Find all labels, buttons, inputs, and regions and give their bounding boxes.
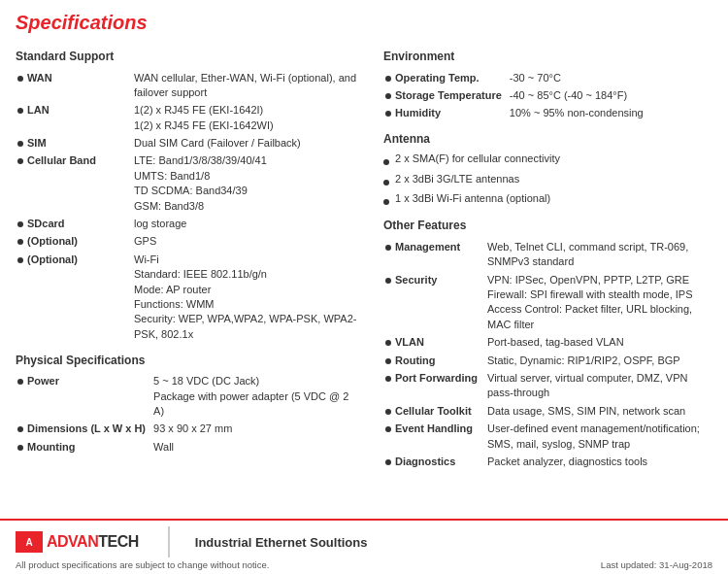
bullet-icon [385,409,391,415]
bullet-cell [383,402,393,420]
table-row: Dimensions (L x W x H)93 x 90 x 27 mm [16,421,360,438]
spec-label: Mounting [25,438,151,456]
table-row: WANWAN cellular, Ether-WAN, Wi-Fi (optio… [16,69,360,102]
logo-advan: AD [47,533,68,551]
table-row: Humidity10% ~ 95% non-condensing [383,105,712,122]
bullet-icon [383,159,389,165]
svg-text:A: A [25,537,32,548]
list-item: 2 x 3dBi 3G/LTE antennas [383,172,712,189]
physical-specs-title: Physical Specifications [16,354,360,367]
bullet-cell [383,238,393,271]
bullet-icon [385,245,391,251]
bullet-icon [385,278,391,284]
list-item: 1 x 3dBi Wi-Fi antenna (optional) [383,191,712,209]
spec-label: SDcard [25,216,132,233]
bullet-icon [17,76,23,82]
table-row: Cellular BandLTE: Band1/3/8/38/39/40/41 … [16,152,360,216]
spec-label: Power [25,373,151,421]
table-row: Operating Temp.-30 ~ 70°C [383,69,712,86]
table-row: (Optional)GPS [16,233,360,251]
spec-label: Operating Temp. [393,69,508,86]
footer-note-right: Last updated: 31-Aug-2018 [601,559,712,570]
logo-tech: TECH [98,533,139,551]
spec-label: (Optional) [25,251,132,343]
bullet-cell [16,251,25,343]
bullet-cell [16,135,25,152]
spec-value: Virtual server, virtual computer, DMZ, V… [485,369,712,402]
bullet-icon [17,158,23,164]
bullet-icon [385,376,391,382]
spec-label: Cellular Toolkit [393,402,485,420]
spec-value: -30 ~ 70°C [508,69,712,86]
spec-label: Humidity [393,105,508,122]
spec-value: Data usage, SMS, SIM PIN, network scan [485,402,712,420]
spec-label: LAN [25,102,132,135]
table-row: ManagementWeb, Telnet CLI, command scrip… [383,238,712,271]
page-title: Specifications [16,12,712,34]
table-row: Port ForwardingVirtual server, virtual c… [383,369,712,402]
bullet-icon [385,76,391,82]
bullet-icon [17,141,23,147]
spec-value: LTE: Band1/3/8/38/39/40/41 UMTS: Band1/8… [132,152,360,216]
spec-label: Security [393,271,485,334]
bullet-cell [383,421,393,454]
spec-label: Diagnostics [393,453,485,470]
bullet-icon [385,459,391,465]
bullet-cell [16,69,25,102]
table-row: SIMDual SIM Card (Failover / Failback) [16,135,360,152]
bullet-cell [383,271,393,334]
spec-value: WAN cellular, Ether-WAN, Wi-Fi (optional… [132,69,360,102]
bullet-icon [17,379,23,385]
standard-support-table: WANWAN cellular, Ether-WAN, Wi-Fi (optio… [16,69,360,344]
bullet-icon [385,358,391,364]
spec-value: 10% ~ 95% non-condensing [508,105,712,122]
spec-label: Port Forwarding [393,369,485,402]
bullet-icon [17,426,23,432]
spec-value: GPS [132,233,360,251]
table-row: DiagnosticsPacket analyzer, diagnostics … [383,453,712,470]
table-row: Storage Temperature-40 ~ 85°C (-40 ~ 184… [383,86,712,104]
spec-label: Dimensions (L x W x H) [25,421,151,438]
footer-divider [168,526,170,557]
environment-table: Operating Temp.-30 ~ 70°CStorage Tempera… [383,69,712,122]
table-row: Event HandlingUser-defined event managem… [383,421,712,454]
spec-value: 1(2) x RJ45 FE (EKI-1642I) 1(2) x RJ45 F… [132,102,360,135]
spec-label: (Optional) [25,233,132,251]
bullet-icon [383,199,389,205]
bullet-cell [16,421,25,438]
bullet-cell [383,352,393,369]
spec-label: SIM [25,135,132,152]
other-features-title: Other Features [383,219,712,232]
spec-value: 93 x 90 x 27 mm [151,421,360,438]
table-row: SDcardlog storage [16,216,360,233]
other-features-table: ManagementWeb, Telnet CLI, command scrip… [383,238,712,470]
spec-value: VPN: IPSec, OpenVPN, PPTP, L2TP, GRE Fir… [485,271,712,334]
right-column: Environment Operating Temp.-30 ~ 70°CSto… [383,48,712,481]
table-row: (Optional)Wi-Fi Standard: IEEE 802.11b/g… [16,251,360,343]
footer-note-left: All product specifications are subject t… [16,559,269,570]
spec-label: Event Handling [393,421,485,454]
spec-value: Wall [151,438,360,456]
bullet-cell [16,438,25,456]
physical-specs-table: Power5 ~ 18 VDC (DC Jack) Package with p… [16,373,360,456]
list-item-text: 2 x SMA(F) for cellular connectivity [395,152,560,166]
bullet-cell [383,105,393,122]
spec-value: Static, Dynamic: RIP1/RIP2, OSPF, BGP [485,352,712,369]
bullet-icon [385,111,391,117]
list-item-text: 1 x 3dBi Wi-Fi antenna (optional) [395,191,550,206]
list-item: 2 x SMA(F) for cellular connectivity [383,152,712,169]
spec-value: Packet analyzer, diagnostics tools [485,453,712,470]
bullet-cell [16,233,25,251]
footer: A ADVANTECH Industrial Ethernet Soultion… [0,519,728,574]
spec-label: Routing [393,352,485,369]
footer-tagline: Industrial Ethernet Soultions [195,535,368,550]
table-row: MountingWall [16,438,360,456]
antenna-list: 2 x SMA(F) for cellular connectivity2 x … [383,152,712,209]
spec-label: Storage Temperature [393,86,508,104]
spec-value: Dual SIM Card (Failover / Failback) [132,135,360,152]
bullet-cell [383,369,393,402]
footer-logo: A ADVANTECH [16,531,139,553]
table-row: Cellular ToolkitData usage, SMS, SIM PIN… [383,402,712,420]
advantech-logo-icon: A [16,531,43,553]
list-item-text: 2 x 3dBi 3G/LTE antennas [395,172,519,186]
